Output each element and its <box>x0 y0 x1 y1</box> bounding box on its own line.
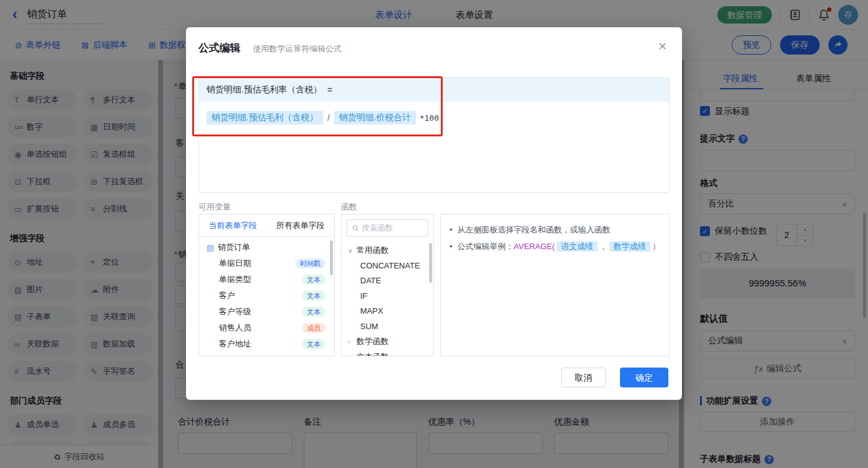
type-badge: 文本 <box>302 275 326 285</box>
formula-help-panel: • 从左侧面板选择字段名和函数，或输入函数 • 公式编辑举例：AVERAGE(语… <box>440 214 670 356</box>
variable-name: 销售人员 <box>219 322 251 333</box>
type-badge: 文本 <box>302 307 326 317</box>
functions-panel: ∨常用函数 CONCATENATE DATE IF MAPX SUM ›数学函数… <box>341 214 434 356</box>
variables-scrollbar[interactable] <box>330 241 333 275</box>
chevron-down-icon: ∨ <box>348 243 356 258</box>
variable-name: 客户 <box>219 290 235 301</box>
variables-section-label: 可用变量 <box>198 201 231 213</box>
group-name: 数学函数 <box>356 337 389 346</box>
variable-name: 单据类型 <box>219 274 251 285</box>
help-tip: • 从左侧面板选择字段名和函数，或输入函数 <box>450 224 660 236</box>
formula-target-field: 销货明细.预估毛利率（含税） <box>206 84 322 95</box>
chevron-right-icon: › <box>348 334 356 350</box>
form-doc-icon: ▤ <box>206 243 214 252</box>
close-icon[interactable]: ✕ <box>658 40 667 53</box>
functions-tree: ∨常用函数 CONCATENATE DATE IF MAPX SUM ›数学函数… <box>342 242 433 356</box>
bullet-icon: • <box>450 224 453 236</box>
function-item[interactable]: SUM <box>348 319 433 335</box>
example-field-chip: 数学成绩 <box>609 241 650 252</box>
tip-text: 公式编辑举例：AVERAGE(语文成绩，数学成绩） <box>458 241 660 252</box>
variable-name: 客户地址 <box>219 338 251 350</box>
tip-prefix: 公式编辑举例： <box>458 242 514 251</box>
comma: ， <box>600 242 608 251</box>
variable-row[interactable]: 客户地址文本 <box>199 336 334 352</box>
variable-row[interactable]: 客户文本 <box>199 288 334 304</box>
variables-form-node[interactable]: ▤ 销货订单 <box>199 239 334 255</box>
bullet-icon: • <box>450 241 453 252</box>
search-icon <box>352 224 358 232</box>
confirm-button[interactable]: 确定 <box>620 368 668 387</box>
function-item[interactable]: DATE <box>348 273 433 289</box>
equals-sign: = <box>327 85 332 95</box>
tab-current-form-fields[interactable]: 当前表单字段 <box>199 214 267 236</box>
formula-expression-row[interactable]: 销货明细.预估毛利（含税） / 销货明细.价税合计 *100 <box>199 102 669 134</box>
chevron-right-icon: › <box>348 350 356 357</box>
variables-tree: ▤ 销货订单 单据日期时间戳 单据类型文本 客户文本 客户等级文本 销售人员成员… <box>199 237 334 352</box>
function-group-text[interactable]: ›文本函数 <box>348 350 433 357</box>
function-item[interactable]: IF <box>348 289 433 304</box>
tab-all-form-fields[interactable]: 所有表单字段 <box>267 214 334 236</box>
function-search-input[interactable] <box>361 224 423 232</box>
form-name: 销货订单 <box>218 242 250 253</box>
type-badge: 文本 <box>302 291 326 301</box>
formula-field-chip[interactable]: 销货明细.预估毛利（含税） <box>206 111 323 125</box>
help-tip-example: • 公式编辑举例：AVERAGE(语文成绩，数学成绩） <box>450 241 660 252</box>
variables-panel: 当前表单字段 所有表单字段 ▤ 销货订单 单据日期时间戳 单据类型文本 客户文本… <box>198 214 335 356</box>
variable-name: 单据日期 <box>219 258 251 269</box>
type-badge: 成员 <box>302 323 326 333</box>
variable-row[interactable]: 销售人员成员 <box>199 320 334 336</box>
cancel-button[interactable]: 取消 <box>561 368 606 387</box>
divide-operator: / <box>327 113 330 123</box>
formula-editor[interactable]: 销货明细.预估毛利率（含税） = 销货明细.预估毛利（含税） / 销货明细.价税… <box>198 77 670 193</box>
function-name: AVERAGE( <box>514 242 555 251</box>
function-item[interactable]: MAPX <box>348 304 433 319</box>
formula-literal: *100 <box>420 113 439 123</box>
functions-scrollbar[interactable] <box>429 243 432 283</box>
function-group-math[interactable]: ›数学函数 <box>348 334 433 350</box>
type-badge: 文本 <box>302 339 326 349</box>
formula-edit-dialog: 公式编辑 使用数学运算符编辑公式 ✕ 销货明细.预估毛利率（含税） = 销货明细… <box>186 27 682 400</box>
closing-paren: ） <box>652 242 660 251</box>
formula-field-chip[interactable]: 销货明细.价税合计 <box>334 111 416 125</box>
variable-row[interactable]: 客户等级文本 <box>199 304 334 320</box>
formula-target-row: 销货明细.预估毛利率（含税） = <box>199 78 669 102</box>
type-badge: 时间戳 <box>295 258 326 268</box>
example-field-chip: 语文成绩 <box>557 241 598 252</box>
variable-row[interactable]: 单据日期时间戳 <box>199 255 334 272</box>
dialog-subtitle: 使用数学运算符编辑公式 <box>253 43 342 55</box>
variable-name: 客户等级 <box>219 306 251 317</box>
function-item[interactable]: CONCATENATE <box>348 258 433 274</box>
functions-section-label: 函数 <box>341 201 357 213</box>
group-name: 常用函数 <box>356 245 389 255</box>
variable-row[interactable]: 单据类型文本 <box>199 272 334 288</box>
dialog-title: 公式编辑 <box>198 41 241 55</box>
group-name: 文本函数 <box>356 352 389 357</box>
function-search[interactable] <box>347 219 428 237</box>
variables-tabs: 当前表单字段 所有表单字段 <box>199 214 334 237</box>
function-group-common[interactable]: ∨常用函数 <box>348 243 433 258</box>
tip-text: 从左侧面板选择字段名和函数，或输入函数 <box>458 224 611 236</box>
